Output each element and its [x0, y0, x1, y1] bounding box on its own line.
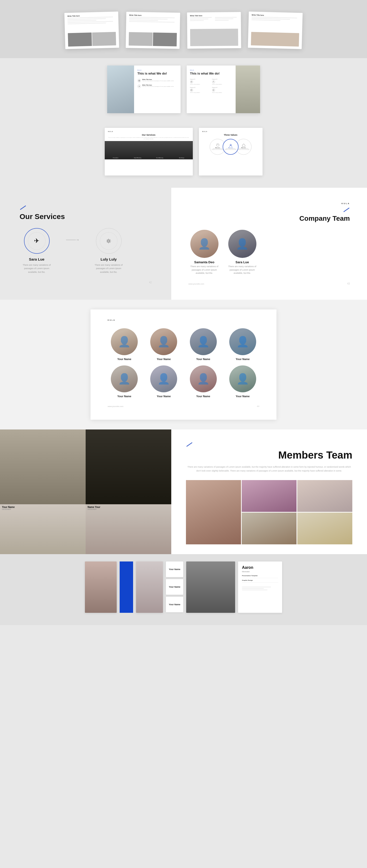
our-services-large-left: Our Services ✈ Sara Lue There are many v…	[0, 188, 171, 300]
sara-desc: There are many variations of passages of…	[20, 263, 54, 274]
ktg-avatar-3: 👤	[190, 328, 217, 355]
feat-grid-desc-3: There are many variations	[190, 92, 210, 93]
team-grid-row1: 👤 Your Name 👤 Your Name 👤 Your Name 👤	[108, 328, 259, 361]
ktg-person-icon-7: 👤	[190, 366, 217, 392]
team-footer: www.yoursite.com 43	[189, 282, 350, 285]
slide-mockup-1: Write Title here	[64, 11, 119, 49]
kula-slide-footer: www.yoursite.com 44	[108, 405, 259, 407]
photo-col-1: Your Name DESIGNER	[0, 430, 86, 554]
feat-grid-icon-1	[190, 81, 193, 83]
line	[215, 17, 237, 18]
srv-band-label-2: Digital Marketing	[127, 156, 149, 159]
ktg-person-icon-4: 👤	[229, 328, 256, 355]
team-header: KULA Company Team	[189, 203, 350, 222]
slide-statue-image	[235, 65, 260, 113]
values-title: Three Values	[202, 134, 259, 136]
val-circle-2-active: Write here Insteat of using lorem and th…	[223, 139, 238, 155]
member-grid-photo-2	[242, 480, 297, 512]
srv-card-desc: There are many variations of passages of…	[108, 137, 189, 140]
ktg-avatar-2: 👤	[150, 328, 177, 355]
fashion-name-item-1: Your Name	[166, 561, 183, 577]
fashion-names-column: Your Name Your Name Your Name	[166, 561, 183, 612]
top-mockups-row: Write Title here Write Title here	[0, 0, 367, 58]
slide-building-image	[107, 65, 134, 113]
team-members-display: 👤 Samanta Deo There are many variations …	[189, 230, 350, 275]
feat-num-2: Feature #2	[212, 79, 232, 80]
val-desc-2: Insteat of using lorem and the passages …	[225, 148, 237, 150]
mockup-image	[92, 32, 116, 46]
feat-grid-4: Feature #4 There are many variations	[212, 87, 232, 93]
what-slide-2: KULA This is what We do! Feature #1 Ther…	[187, 65, 260, 113]
slash-accent-icon	[20, 205, 26, 210]
ktg-person-icon-8: 👤	[229, 366, 256, 392]
values-circles-row: Write here Insteat of using lorem and th…	[199, 139, 262, 155]
service-item-luly: Luly Luly There are many variations of p…	[91, 228, 126, 274]
kula-slide-card: KULA 👤 Your Name 👤 Your Name 👤 Your Name	[90, 309, 277, 420]
ktg-member-3: 👤 Your Name	[187, 328, 220, 361]
val-desc-1: Insteat of using lorem and the passages …	[211, 148, 224, 150]
ktg-member-1: 👤 Your Name	[108, 328, 141, 361]
line	[190, 19, 208, 20]
feature-icon-2	[138, 85, 141, 88]
aaron-line-3	[242, 590, 267, 590]
luly-name: Luly Luly	[101, 257, 117, 261]
aaron-lines	[242, 587, 278, 590]
luly-desc: There are many variations of passages of…	[91, 263, 126, 274]
sara-name: Sara Lue	[29, 257, 44, 261]
fashion-photo-2	[136, 561, 163, 613]
ktg-name-6: Your Name	[157, 395, 171, 398]
member-photo-top-1	[0, 430, 86, 504]
ktg-person-icon-6: 👤	[150, 366, 177, 392]
feat-grid-icon-3	[190, 89, 193, 92]
feat-desc-1: There are many variations of passages of…	[142, 80, 174, 82]
slash-accent-team	[343, 208, 350, 212]
member-grid-photo-4	[242, 513, 297, 545]
ktg-avatar-7: 👤	[190, 366, 217, 392]
connector-arrow: →	[66, 238, 79, 242]
bottom-fashion-section: Your Name Your Name Your Name Aaron Mini…	[0, 554, 367, 625]
what-slide-1: KULA This is what We do! Write Title her…	[107, 65, 180, 113]
members-big-title: Members Team	[186, 449, 352, 461]
member-name-bottom-2: Name Your	[88, 506, 169, 508]
members-photos-left: Your Name DESIGNER Name Your DESIGNER	[0, 430, 171, 554]
values-small-card: KULA Three Values Write here Insteat of …	[199, 128, 262, 176]
val-desc-3: Insteat of using lorem and the passages …	[237, 148, 250, 150]
ktg-name-8: Your Name	[235, 395, 250, 398]
line	[67, 20, 96, 22]
feat-num-3: Feature #3	[190, 87, 210, 88]
kula-slide-url: www.yoursite.com	[108, 405, 123, 407]
aaron-tag-1: Presentation Template	[242, 575, 278, 577]
team-page-num: 43	[347, 282, 350, 285]
sara-avatar: 👤	[228, 230, 256, 258]
team-member-sara-lue: 👤 Sara Lue There are many variations of …	[226, 230, 258, 275]
feat-grid-icon-4	[212, 89, 215, 92]
line	[67, 18, 106, 20]
fashion-name-2: Your Name	[169, 586, 180, 588]
kula-slide-num: 44	[257, 405, 259, 407]
line	[252, 19, 280, 21]
team-member-samanta: 👤 Samanta Deo There are many variations …	[189, 230, 220, 275]
fashion-name-3: Your Name	[169, 603, 180, 606]
srv-kula-label: KULA	[108, 131, 189, 132]
ktg-member-6: 👤 Your Name	[147, 366, 180, 398]
ktg-member-4: 👤 Your Name	[226, 328, 259, 361]
service-item-sara: ✈ Sara Lue There are many variations of …	[20, 228, 54, 274]
feat-grid-3: Feature #3 There are many variations	[190, 87, 210, 93]
member-grid-photo-5	[297, 513, 352, 545]
ktg-member-2: 👤 Your Name	[147, 328, 180, 361]
srv-band: Presentation Digital Marketing Social Ma…	[105, 141, 193, 159]
member-photo-bottom-2: Name Your DESIGNER	[86, 504, 171, 554]
aaron-tag-2: Graphic Design	[242, 580, 278, 581]
feat-grid-desc-1: There are many variations	[190, 84, 210, 85]
fashion-photo-1	[85, 561, 117, 613]
feat-grid-desc-4: There are many variations	[212, 92, 232, 93]
aaron-line-1	[242, 587, 271, 587]
ktg-person-icon-1: 👤	[111, 328, 138, 355]
services-cards-row: KULA Our Services There are many variati…	[0, 125, 367, 188]
kula-label: KULA	[138, 69, 177, 71]
srv-band-label-1: Presentation	[105, 156, 127, 159]
samanta-icon: 👤	[190, 230, 219, 258]
team-website: www.yoursite.com	[189, 283, 204, 285]
aaron-line-2	[242, 588, 264, 589]
ktg-avatar-4: 👤	[229, 328, 256, 355]
